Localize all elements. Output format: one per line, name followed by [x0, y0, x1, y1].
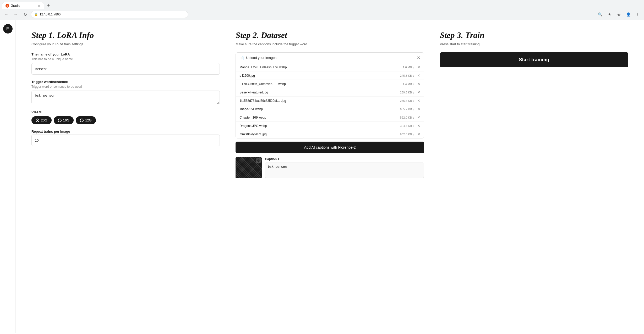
step1-title: Step 1. LoRA Info	[31, 30, 220, 40]
vram-label: VRAM	[31, 110, 220, 114]
file-remove-btn[interactable]: ✕	[417, 74, 420, 77]
trigger-label: Trigger word/sentence	[31, 80, 220, 84]
file-name: Chapter_169.webp	[239, 116, 400, 119]
file-remove-btn[interactable]: ✕	[417, 132, 420, 136]
vram-20g-radio	[36, 119, 39, 122]
file-remove-btn[interactable]: ✕	[417, 107, 420, 111]
caption-label: Caption 1	[265, 157, 424, 161]
profile-icon[interactable]: 👤	[625, 11, 632, 18]
file-row: E178-Griffith_Unmoved-… .webp 1.4 MB ↓ ✕	[236, 80, 424, 88]
bookmark-icon[interactable]: ★	[606, 11, 613, 18]
step3-desc: Press start to start training.	[440, 42, 628, 46]
repeat-trains-group: Repeat trains per image	[31, 130, 220, 146]
step2-title: Step 2. Dataset	[236, 30, 424, 40]
vram-12g[interactable]: 12G	[76, 116, 96, 124]
upload-label: Upload your images	[246, 56, 276, 60]
lora-name-sublabel: This has to be a unique name	[31, 57, 220, 61]
url-text: 127.0.0.1:7860	[40, 13, 61, 16]
app-container: F Step 1. LoRA Info Configure your LoRA …	[0, 20, 644, 333]
file-name: image-151.webp	[239, 107, 400, 111]
file-remove-btn[interactable]: ✕	[417, 90, 420, 94]
extensions-icon[interactable]: ☯	[615, 11, 623, 18]
start-training-button[interactable]: Start training	[440, 52, 628, 67]
add-captions-button[interactable]: Add AI captions with Florence-2	[236, 142, 424, 153]
expand-image-btn[interactable]: ✥	[256, 158, 261, 163]
file-icon: 📄	[239, 56, 244, 60]
caption-area: ✥ Caption 1	[236, 157, 424, 179]
file-row: s-l1200.jpg 245.8 KB ↓ ✕	[236, 71, 424, 80]
tab-favicon: G	[6, 4, 9, 8]
file-name: Beserk-Featured.jpg	[239, 91, 400, 94]
active-tab: G Gradio ✕	[2, 2, 44, 9]
vram-16g[interactable]: 16G	[54, 116, 74, 124]
menu-icon[interactable]: ⋮	[634, 11, 641, 18]
file-remove-btn[interactable]: ✕	[417, 99, 420, 103]
address-bar-row: ← → ↻ 🔒 127.0.0.1:7860 🔍 ★ ☯ 👤 ⋮	[0, 9, 644, 20]
file-size: 304.4 KB ↓	[400, 124, 414, 127]
upload-area: 📄 Upload your images ✕ Manga_E298_Unleas…	[236, 52, 424, 138]
file-row: 1f1568d78fbad69c83520df… .jpg 235.6 KB ↓…	[236, 97, 424, 105]
vram-12g-label: 12G	[85, 118, 92, 122]
file-size: 655.7 KB ↓	[400, 108, 414, 111]
reload-button[interactable]: ↻	[21, 11, 29, 18]
caption-input[interactable]	[265, 163, 424, 178]
sidebar: F	[0, 20, 16, 333]
file-remove-btn[interactable]: ✕	[417, 115, 420, 119]
browser-chrome: G Gradio ✕ + ← → ↻ 🔒 127.0.0.1:7860 🔍 ★ …	[0, 0, 644, 20]
upload-close-btn[interactable]: ✕	[417, 55, 420, 60]
file-row: Beserk-Featured.jpg 239.5 KB ↓ ✕	[236, 88, 424, 97]
caption-right: Caption 1	[265, 157, 424, 179]
address-bar[interactable]: 🔒 127.0.0.1:7860	[31, 11, 188, 18]
file-size: 1.4 MB ↓	[403, 82, 414, 86]
vram-options: 20G 16G 12G	[31, 116, 220, 124]
step2-desc: Make sure the captions include the trigg…	[236, 42, 424, 46]
trigger-word-group: Trigger word/sentence Trigger word or se…	[31, 80, 220, 105]
file-name: Manga_E298_Unleash_Evil.webp	[239, 65, 403, 69]
lora-name-input[interactable]	[31, 63, 220, 75]
file-size: 245.8 KB ↓	[400, 74, 414, 77]
main-content: Step 1. LoRA Info Configure your LoRA tr…	[16, 20, 644, 333]
step3-title: Step 3. Train	[440, 30, 628, 40]
repeat-label: Repeat trains per image	[31, 130, 220, 133]
file-name: E178-Griffith_Unmoved-… .webp	[239, 82, 403, 86]
file-remove-btn[interactable]: ✕	[417, 124, 420, 128]
app-logo: F	[3, 24, 13, 34]
file-name: mnks0nidy9071.jpg	[239, 132, 400, 136]
file-name: Dragons.JPG.webp	[239, 124, 400, 128]
upload-header[interactable]: 📄 Upload your images ✕	[236, 53, 424, 63]
lora-name-group: The name of your LoRA This has to be a u…	[31, 52, 220, 75]
browser-actions: 🔍 ★ ☯ 👤 ⋮	[596, 11, 641, 18]
file-list: Manga_E298_Unleash_Evil.webp 1.6 MB ↓ ✕ …	[236, 63, 424, 138]
back-button[interactable]: ←	[3, 11, 10, 18]
step1-column: Step 1. LoRA Info Configure your LoRA tr…	[31, 30, 220, 151]
file-size: 662.8 KB ↓	[400, 133, 414, 136]
lora-name-label: The name of your LoRA	[31, 52, 220, 56]
vram-20g[interactable]: 20G	[31, 116, 52, 124]
file-size: 235.6 KB ↓	[400, 99, 414, 102]
vram-group: VRAM 20G 16G 12G	[31, 110, 220, 124]
tab-close-btn[interactable]: ✕	[37, 4, 41, 8]
step2-column: Step 2. Dataset Make sure the captions i…	[236, 30, 424, 179]
forward-button[interactable]: →	[12, 11, 19, 18]
lock-icon: 🔒	[34, 13, 38, 16]
file-remove-btn[interactable]: ✕	[417, 82, 420, 86]
caption-image-preview: ✥	[236, 157, 262, 178]
trigger-sublabel: Trigger word or sentence to be used	[31, 85, 220, 88]
zoom-icon[interactable]: 🔍	[596, 11, 604, 18]
file-size: 592.0 KB ↓	[400, 116, 414, 119]
repeat-input[interactable]	[31, 135, 220, 146]
upload-header-left: 📄 Upload your images	[239, 56, 276, 60]
tab-bar: G Gradio ✕ +	[0, 0, 644, 9]
vram-20g-label: 20G	[41, 118, 47, 122]
new-tab-button[interactable]: +	[45, 2, 52, 9]
file-row: Chapter_169.webp 592.0 KB ↓ ✕	[236, 113, 424, 122]
file-row: Dragons.JPG.webp 304.4 KB ↓ ✕	[236, 122, 424, 130]
vram-12g-radio	[80, 119, 84, 122]
file-size: 239.5 KB ↓	[400, 91, 414, 94]
step3-column: Step 3. Train Press start to start train…	[440, 30, 628, 67]
trigger-input[interactable]	[31, 91, 220, 104]
vram-16g-label: 16G	[63, 118, 70, 122]
file-remove-btn[interactable]: ✕	[417, 65, 420, 69]
tab-title: Gradio	[11, 4, 20, 8]
vram-16g-radio	[58, 119, 62, 122]
